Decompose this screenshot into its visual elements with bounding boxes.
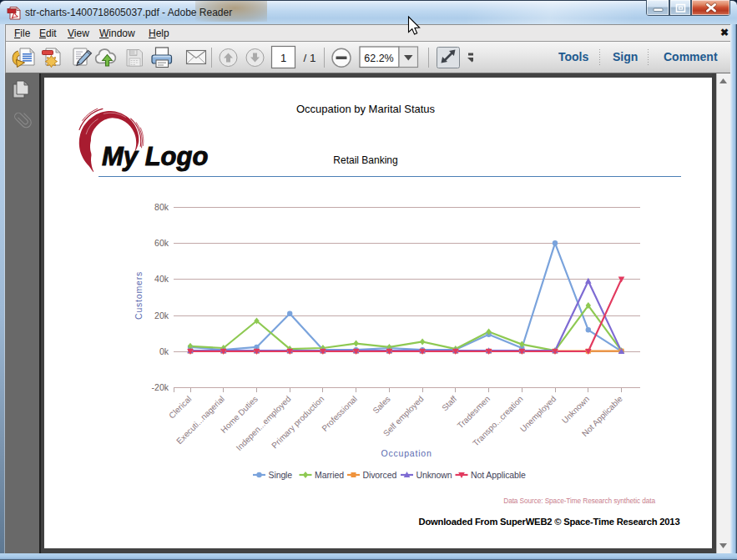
- svg-text:1: 1: [280, 52, 286, 64]
- svg-text:Indepen...employed: Indepen...employed: [235, 394, 293, 452]
- svg-text:Divorced: Divorced: [363, 470, 397, 480]
- svg-text:Customers: Customers: [134, 271, 144, 320]
- svg-text:80k: 80k: [154, 202, 169, 212]
- svg-text:40k: 40k: [154, 274, 169, 284]
- svg-text:20k: 20k: [154, 310, 169, 320]
- svg-text:Unknown: Unknown: [416, 470, 452, 480]
- svg-text:My Logo: My Logo: [102, 142, 208, 171]
- svg-text:0k: 0k: [159, 346, 169, 356]
- svg-text:Sales: Sales: [371, 394, 391, 415]
- svg-text:60k: 60k: [154, 238, 169, 248]
- svg-text:-20k: -20k: [152, 382, 169, 392]
- svg-text:Occupation: Occupation: [381, 448, 432, 458]
- svg-text:/ 1: / 1: [304, 52, 316, 64]
- svg-text:Single: Single: [269, 470, 293, 480]
- svg-text:Staff: Staff: [440, 394, 458, 412]
- svg-text:Unknown: Unknown: [560, 394, 591, 425]
- svg-text:62.2%: 62.2%: [364, 53, 393, 64]
- svg-text:Married: Married: [315, 470, 344, 480]
- svg-text:Clerical: Clerical: [167, 394, 193, 420]
- svg-text:Professional: Professional: [320, 394, 359, 433]
- svg-text:Tradesmen: Tradesmen: [456, 394, 492, 430]
- svg-text:Not Applicable: Not Applicable: [471, 470, 526, 480]
